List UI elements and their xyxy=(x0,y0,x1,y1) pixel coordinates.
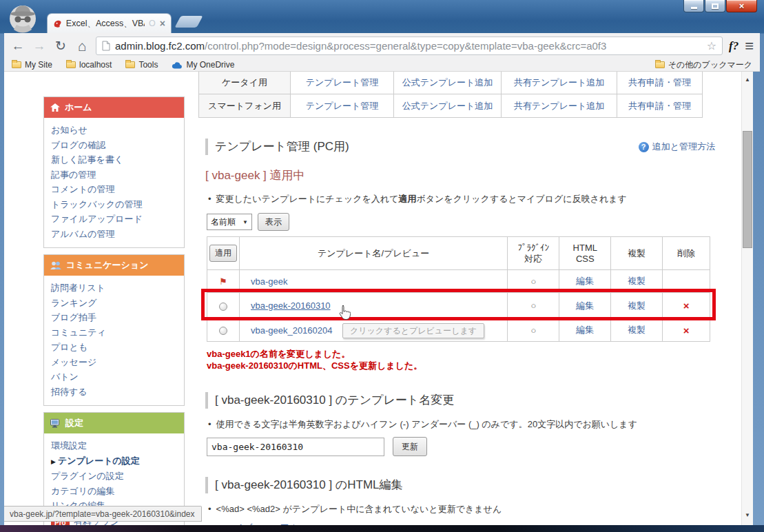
template-name-input[interactable] xyxy=(207,438,384,456)
tab-title-fade: O xyxy=(149,19,156,28)
bookmark-item[interactable]: My Site xyxy=(12,60,52,70)
reload-button[interactable]: ↻ xyxy=(53,39,68,52)
desktop-edge xyxy=(0,525,764,532)
sidebar-item[interactable]: 記事の管理 xyxy=(51,167,177,183)
shared-request-manage-link[interactable]: 共有申請・管理 xyxy=(628,77,691,88)
sidebar-item[interactable]: ファイルアップロード xyxy=(51,212,177,227)
bookmark-star-icon[interactable]: ☆ xyxy=(707,41,716,52)
copy-link[interactable]: 複製 xyxy=(628,276,646,286)
status-messages: vba-geek1の名前を変更しました。 vba-geek-20160310のH… xyxy=(207,348,716,371)
template-name-link[interactable]: vba-geek_20160204 xyxy=(251,325,333,336)
edit-link[interactable]: 編集 xyxy=(576,325,594,335)
template-name-link[interactable]: vba-geek xyxy=(251,276,287,287)
address-bar[interactable]: admin.blog.fc2.com/control.php?mode=desi… xyxy=(96,37,723,55)
sidebar-item[interactable]: お知らせ xyxy=(51,123,177,138)
sort-select[interactable]: 名前順▼ xyxy=(207,214,252,230)
sidebar-item[interactable]: アルバムの管理 xyxy=(51,227,177,242)
help-link[interactable]: 追加と管理方法 xyxy=(652,139,715,155)
sidebar-item[interactable]: 環境設定 xyxy=(51,438,177,453)
template-row: ⚑ vba-geek ○ 編集 複製 xyxy=(207,270,710,293)
shared-template-add-link[interactable]: 共有テンプレート追加 xyxy=(514,101,605,111)
rename-note: •使用できる文字は半角英数字およびハイフン (-) アンダーバー (_) のみで… xyxy=(208,418,716,431)
sidebar-item[interactable]: カテゴリの編集 xyxy=(51,484,177,499)
sidebar-item[interactable]: コメントの管理 xyxy=(51,182,177,197)
browser-tab[interactable]: Excel、Access、VBA、 O × xyxy=(47,13,172,33)
sidebar-header-home[interactable]: ホーム xyxy=(44,97,184,118)
minimize-icon xyxy=(691,7,697,9)
new-tab-button[interactable] xyxy=(174,16,203,28)
section-heading: テンプレート管理 (PC用) ? 追加と管理方法 xyxy=(205,139,716,155)
sidebar-item[interactable]: プラグインの設定 xyxy=(51,469,177,484)
monitor-icon xyxy=(50,419,61,428)
close-button[interactable]: × xyxy=(726,0,757,12)
template-name-link[interactable]: vba-geek-20160310 xyxy=(251,300,331,311)
chevron-down-icon: ▼ xyxy=(242,219,248,225)
forward-button[interactable]: → xyxy=(32,39,47,52)
column-header-plugin: ﾌﾟﾗｸﾞｲﾝ対応 xyxy=(508,237,559,270)
scrollbar[interactable]: ▲ ▼ xyxy=(741,72,753,525)
template-manage-link[interactable]: テンプレート管理 xyxy=(306,101,379,111)
menu-icon[interactable]: ≡ xyxy=(745,39,754,54)
bookmarks-bar: My Site localhost Tools My OneDrive その他の… xyxy=(4,59,760,72)
page-title: テンプレート管理 (PC用) xyxy=(215,139,349,155)
sidebar-item[interactable]: 新しく記事を書く xyxy=(51,152,177,167)
template-row-highlighted: vba-geek-20160310 ○ 編集 複製 × xyxy=(207,293,710,319)
copy-link[interactable]: 複製 xyxy=(628,325,646,335)
tab-favicon xyxy=(53,19,62,29)
edit-link[interactable]: 編集 xyxy=(576,276,594,286)
sidebar-item-template-settings[interactable]: ▶テンプレートの設定 xyxy=(51,453,177,469)
extension-icon[interactable]: f? xyxy=(729,39,739,53)
bookmark-item[interactable]: localhost xyxy=(66,60,112,70)
delete-icon[interactable]: × xyxy=(683,300,690,311)
sidebar-item[interactable]: コミュニティ xyxy=(51,325,177,340)
shared-request-manage-link[interactable]: 共有申請・管理 xyxy=(628,101,691,111)
other-bookmarks[interactable]: その他のブックマーク xyxy=(655,59,752,71)
sidebar-item[interactable]: メッセージ xyxy=(51,355,177,370)
edit-link[interactable]: 編集 xyxy=(576,300,594,311)
sidebar-item[interactable]: ブログ拍手 xyxy=(51,310,177,325)
bookmark-item[interactable]: My OneDrive xyxy=(172,60,234,70)
template-manage-link[interactable]: テンプレート管理 xyxy=(306,77,379,88)
status-message: vba-geek1の名前を変更しました。 xyxy=(207,348,716,360)
bookmark-item[interactable]: Tools xyxy=(125,60,158,70)
active-template-status: [ vba-geek ] 適用中 xyxy=(205,167,716,183)
maximize-button[interactable] xyxy=(705,0,725,12)
tab-close-icon[interactable]: × xyxy=(160,19,165,28)
main-panel: ケータイ用 テンプレート管理 公式テンプレート追加 共有テンプレート追加 共有申… xyxy=(198,72,716,525)
close-icon: × xyxy=(739,1,745,10)
table-row: スマートフォン用 テンプレート管理 公式テンプレート追加 共有テンプレート追加 … xyxy=(199,94,703,118)
template-radio[interactable] xyxy=(219,303,227,311)
page-content: ホーム お知らせ ブログの確認 新しく記事を書く 記事の管理 コメントの管理 ト… xyxy=(4,72,753,525)
show-button[interactable]: 表示 xyxy=(258,213,289,231)
scroll-down-arrow-icon[interactable]: ▼ xyxy=(742,509,753,520)
sidebar-item[interactable]: トラックバックの管理 xyxy=(51,197,177,212)
sidebar-item[interactable]: プロとも xyxy=(51,340,177,355)
folder-icon xyxy=(12,61,21,68)
update-button[interactable]: 更新 xyxy=(393,437,427,456)
scroll-up-arrow-icon[interactable]: ▲ xyxy=(742,74,753,85)
preview-tooltip: クリックするとプレビューします xyxy=(342,323,484,338)
official-template-add-link[interactable]: 公式テンプレート追加 xyxy=(402,77,493,88)
table-row: ケータイ用 テンプレート管理 公式テンプレート追加 共有テンプレート追加 共有申… xyxy=(199,72,703,94)
template-radio[interactable] xyxy=(219,327,227,335)
minimize-button[interactable] xyxy=(683,0,704,12)
sidebar-header-communication[interactable]: コミュニケーション xyxy=(44,255,184,276)
copy-link[interactable]: 複製 xyxy=(628,300,646,311)
sidebar-item[interactable]: ブログの確認 xyxy=(51,138,177,153)
help-icon: ? xyxy=(639,142,649,152)
official-template-add-link[interactable]: 公式テンプレート追加 xyxy=(402,101,493,111)
sidebar-item[interactable]: 招待する xyxy=(51,385,177,400)
sidebar-item[interactable]: 訪問者リスト xyxy=(51,280,177,296)
sidebar-header-settings[interactable]: 設定 xyxy=(44,413,184,433)
status-bar: vba-geek.jp/?template=vba-geek-20160310&… xyxy=(4,506,202,522)
column-header-name: テンプレート名/プレビュー xyxy=(239,237,507,270)
apply-button[interactable]: 適用 xyxy=(209,245,237,262)
back-button[interactable]: ← xyxy=(10,39,25,52)
home-button[interactable]: ⌂ xyxy=(74,39,90,53)
delete-icon[interactable]: × xyxy=(683,325,690,336)
scrollbar-thumb[interactable] xyxy=(743,131,752,248)
shared-template-add-link[interactable]: 共有テンプレート追加 xyxy=(514,77,605,88)
sidebar-item[interactable]: ランキング xyxy=(51,296,177,311)
sidebar-item[interactable]: バトン xyxy=(51,369,177,385)
people-icon xyxy=(50,261,61,269)
